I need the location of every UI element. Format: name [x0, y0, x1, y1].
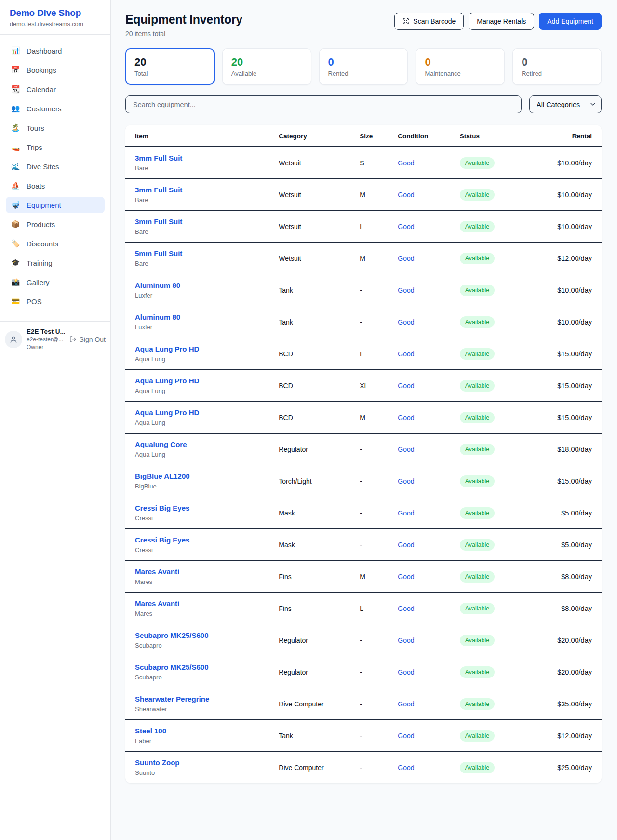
- sign-out-button[interactable]: Sign Out: [69, 336, 106, 343]
- item-category: Tank: [273, 274, 354, 306]
- sidebar-item-calendar[interactable]: 📆Calendar: [6, 81, 105, 97]
- item-size: M: [354, 243, 392, 274]
- status-badge: Available: [460, 507, 495, 519]
- sidebar-item-label: POS: [27, 298, 42, 306]
- stat-label: Maintenance: [425, 70, 496, 77]
- sidebar-item-customers[interactable]: 👥Customers: [6, 100, 105, 117]
- sidebar-item-discounts[interactable]: 🏷️Discounts: [6, 235, 105, 252]
- status-badge: Available: [460, 444, 495, 455]
- item-name-link[interactable]: Cressi Big Eyes: [135, 504, 189, 512]
- user-role: Owner: [27, 344, 65, 351]
- item-name-link[interactable]: BigBlue AL1200: [135, 472, 190, 480]
- search-input[interactable]: [125, 95, 522, 113]
- item-name-link[interactable]: Steel 100: [135, 727, 166, 735]
- sidebar-item-tours[interactable]: 🏝️Tours: [6, 120, 105, 136]
- item-size: M: [354, 402, 392, 434]
- column-header-status: Status: [454, 125, 535, 147]
- table-row: Aqua Lung Pro HDAqua LungBCDMGoodAvailab…: [125, 402, 602, 434]
- item-condition-link[interactable]: Good: [398, 446, 414, 453]
- item-name-link[interactable]: Mares Avanti: [135, 568, 179, 576]
- sidebar-item-label: Bookings: [27, 66, 56, 74]
- item-condition-link[interactable]: Good: [398, 350, 414, 358]
- item-condition-link[interactable]: Good: [398, 732, 414, 740]
- table-row: Aqua Lung Pro HDAqua LungBCDXLGoodAvaila…: [125, 370, 602, 402]
- item-name-link[interactable]: Aluminum 80: [135, 313, 180, 321]
- sidebar-item-dashboard[interactable]: 📊Dashboard: [6, 42, 105, 59]
- item-name-link[interactable]: Cressi Big Eyes: [135, 536, 189, 544]
- item-condition-link[interactable]: Good: [398, 605, 414, 612]
- table-row: Mares AvantiMaresFinsMGoodAvailable$8.00…: [125, 561, 602, 593]
- item-category: Dive Computer: [273, 688, 354, 720]
- item-name-link[interactable]: Aqua Lung Pro HD: [135, 345, 199, 353]
- item-condition-link[interactable]: Good: [398, 223, 414, 230]
- item-condition-link[interactable]: Good: [398, 159, 414, 167]
- sidebar-item-pos[interactable]: 💳POS: [6, 293, 105, 310]
- item-name-link[interactable]: 5mm Full Suit: [135, 249, 182, 257]
- barcode-scan-icon: [402, 18, 409, 25]
- sidebar-item-label: Calendar: [27, 85, 56, 94]
- manage-rentals-button[interactable]: Manage Rentals: [469, 13, 534, 30]
- sidebar-item-trips[interactable]: 🚤Trips: [6, 139, 105, 155]
- item-name-link[interactable]: Scubapro MK25/S600: [135, 631, 209, 639]
- item-rental: $10.00/day: [535, 306, 602, 338]
- item-size: -: [354, 752, 392, 784]
- scan-barcode-label: Scan Barcode: [413, 17, 456, 25]
- item-size: L: [354, 211, 392, 243]
- sidebar-item-gallery[interactable]: 📸Gallery: [6, 274, 105, 290]
- item-name-link[interactable]: Aqua Lung Pro HD: [135, 377, 199, 385]
- stat-card-available[interactable]: 20Available: [222, 48, 311, 85]
- status-badge: Available: [460, 698, 495, 710]
- manage-rentals-label: Manage Rentals: [477, 17, 526, 25]
- item-name-link[interactable]: Suunto Zoop: [135, 759, 179, 767]
- credit-card-icon: 💳: [11, 297, 20, 306]
- item-condition-link[interactable]: Good: [398, 700, 414, 708]
- item-condition-link[interactable]: Good: [398, 764, 414, 772]
- item-name-link[interactable]: 3mm Full Suit: [135, 186, 182, 194]
- sidebar-item-label: Training: [27, 259, 53, 267]
- scan-barcode-button[interactable]: Scan Barcode: [394, 13, 464, 30]
- item-name-link[interactable]: 3mm Full Suit: [135, 217, 182, 226]
- item-name-link[interactable]: Mares Avanti: [135, 599, 179, 608]
- item-brand: Bare: [135, 196, 267, 203]
- item-condition-link[interactable]: Good: [398, 541, 414, 549]
- item-condition-link[interactable]: Good: [398, 286, 414, 294]
- item-size: -: [354, 434, 392, 465]
- item-name-link[interactable]: Aqua Lung Pro HD: [135, 408, 199, 417]
- item-brand: Aqua Lung: [135, 451, 267, 458]
- item-condition-link[interactable]: Good: [398, 414, 414, 421]
- table-row: Scubapro MK25/S600ScubaproRegulator-Good…: [125, 624, 602, 656]
- item-condition-link[interactable]: Good: [398, 191, 414, 199]
- sidebar-item-dive-sites[interactable]: 🌊Dive Sites: [6, 158, 105, 175]
- add-equipment-button[interactable]: Add Equipment: [539, 13, 602, 30]
- item-name-link[interactable]: Aqualung Core: [135, 440, 187, 448]
- item-condition-link[interactable]: Good: [398, 318, 414, 326]
- item-condition-link[interactable]: Good: [398, 668, 414, 676]
- status-badge: Available: [460, 539, 495, 551]
- sidebar-item-training[interactable]: 🎓Training: [6, 255, 105, 271]
- stat-card-total[interactable]: 20Total: [125, 48, 215, 85]
- table-row: Aqua Lung Pro HDAqua LungBCDLGoodAvailab…: [125, 338, 602, 370]
- item-brand: Luxfer: [135, 292, 267, 299]
- sidebar-item-equipment[interactable]: 🤿Equipment: [6, 197, 105, 213]
- sidebar-item-boats[interactable]: ⛵Boats: [6, 177, 105, 194]
- item-name-link[interactable]: Scubapro MK25/S600: [135, 663, 209, 671]
- item-rental: $15.00/day: [535, 338, 602, 370]
- stat-card-rented[interactable]: 0Rented: [319, 48, 408, 85]
- item-condition-link[interactable]: Good: [398, 637, 414, 644]
- category-select[interactable]: All Categories: [529, 95, 602, 113]
- item-condition-link[interactable]: Good: [398, 509, 414, 517]
- sidebar-item-bookings[interactable]: 📅Bookings: [6, 62, 105, 78]
- item-brand: Aqua Lung: [135, 355, 267, 363]
- sidebar-item-products[interactable]: 📦Products: [6, 216, 105, 232]
- sign-out-icon: [69, 336, 77, 343]
- item-name-link[interactable]: Aluminum 80: [135, 281, 180, 289]
- item-condition-link[interactable]: Good: [398, 255, 414, 262]
- item-name-link[interactable]: Shearwater Peregrine: [135, 695, 209, 703]
- stat-card-retired[interactable]: 0Retired: [512, 48, 602, 85]
- status-badge: Available: [460, 285, 495, 296]
- item-condition-link[interactable]: Good: [398, 573, 414, 581]
- stat-card-maintenance[interactable]: 0Maintenance: [416, 48, 505, 85]
- item-condition-link[interactable]: Good: [398, 382, 414, 390]
- item-name-link[interactable]: 3mm Full Suit: [135, 154, 182, 162]
- item-condition-link[interactable]: Good: [398, 477, 414, 485]
